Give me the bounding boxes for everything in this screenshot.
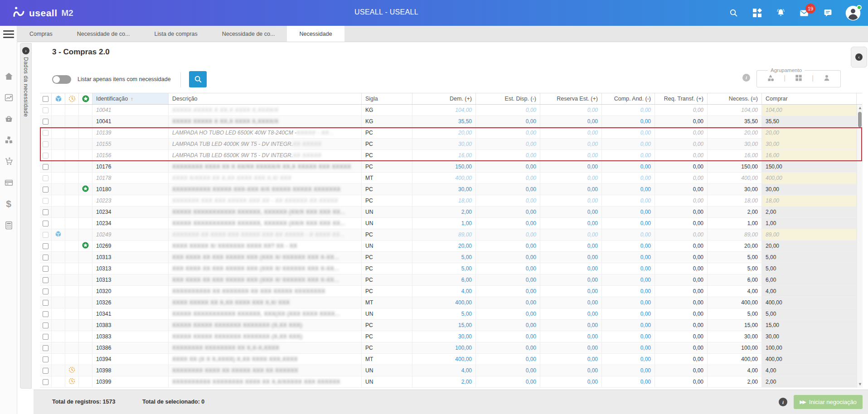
calculator-icon[interactable]	[4, 220, 14, 230]
comprar-cell[interactable]: 5,00	[762, 308, 857, 319]
row-checkbox-cell[interactable]	[40, 286, 52, 297]
row-checkbox-cell[interactable]	[40, 229, 52, 240]
star-status-column-icon[interactable]	[79, 93, 92, 104]
chat-icon[interactable]	[822, 7, 834, 19]
comprar-cell[interactable]: 30,00	[762, 184, 857, 195]
tab-3[interactable]: Lista de compras	[142, 26, 209, 42]
row-checkbox[interactable]	[43, 289, 48, 294]
row-checkbox-cell[interactable]	[40, 354, 52, 365]
search-button[interactable]	[189, 71, 207, 87]
table-row[interactable]: 10234XXXXX XXXXXXXXXXX XXXXXX, XXXXXX (X…	[40, 207, 862, 218]
comprar-cell[interactable]: 20,00	[762, 241, 857, 251]
comprar-cell[interactable]: 2,00	[762, 376, 857, 387]
tab-1[interactable]: Compras	[17, 26, 65, 42]
collapse-right-panel-button[interactable]: ‹	[851, 47, 867, 67]
tab-4[interactable]: Necessidade de co...	[210, 26, 287, 42]
comprar-cell[interactable]: 400,00	[762, 173, 857, 183]
row-checkbox[interactable]	[43, 356, 48, 362]
row-checkbox[interactable]	[43, 175, 48, 181]
comprar-cell[interactable]: 1,00	[762, 218, 857, 229]
row-checkbox-cell[interactable]	[40, 139, 52, 149]
comprar-cell[interactable]: 100,00	[762, 342, 857, 353]
tab-2[interactable]: Necessidade de co...	[65, 26, 142, 42]
cart-plus-icon[interactable]	[4, 156, 14, 166]
scroll-up-icon[interactable]: ▲	[857, 105, 863, 111]
column-header-comp-and[interactable]: Comp. And. (-)	[602, 93, 655, 104]
mail-icon[interactable]: 19	[798, 7, 810, 19]
row-checkbox-cell[interactable]	[40, 184, 52, 195]
home-icon[interactable]	[4, 71, 14, 81]
pending-clock-column-icon[interactable]	[65, 93, 79, 104]
row-checkbox[interactable]	[43, 243, 48, 249]
column-header-comprar[interactable]: Comprar	[762, 93, 857, 104]
row-checkbox[interactable]	[43, 368, 48, 374]
row-checkbox[interactable]	[43, 141, 48, 147]
table-row[interactable]: 10041XXXXX XXXXX X XX,X XXXX X,XXXX/XKG3…	[40, 116, 862, 127]
column-header-sigla[interactable]: Sigla	[362, 93, 412, 104]
cubes-icon[interactable]	[4, 135, 14, 145]
table-row[interactable]: 10223XXXXXXX XXX XXX XXXXX XXX XX - XX X…	[40, 195, 862, 207]
table-row[interactable]: 10398XXXXXXXX XXXX XX XXXXX XXX XX XXXXX…	[40, 365, 862, 376]
column-header-dem[interactable]: Dem. (+)	[412, 93, 476, 104]
column-header-descricao[interactable]: Descrição	[169, 93, 362, 104]
table-row[interactable]: 10156LAMPADA TUB LED 6500K 9W T5 - DV IN…	[40, 150, 862, 161]
comprar-cell[interactable]: 104,00	[762, 105, 857, 116]
table-row[interactable]: 10383XXXXX XXXXX XXXXXXX XXXXXXX (X,XX X…	[40, 320, 862, 331]
table-row[interactable]: 10249XXXXXXX XX XXXX XXX XXXXX XXX XX XX…	[40, 229, 862, 241]
row-checkbox[interactable]	[43, 209, 48, 215]
comprar-cell[interactable]: 5,00	[762, 252, 857, 263]
row-checkbox-cell[interactable]	[40, 241, 52, 251]
card-icon[interactable]	[4, 178, 14, 188]
footer-info-icon[interactable]: i	[779, 398, 787, 406]
comprar-cell[interactable]: 400,00	[762, 354, 857, 365]
table-row[interactable]: 10178XXXX X/XXXX XX X,XX XXXX XXX X,X/ X…	[40, 173, 862, 184]
expand-panel-button[interactable]: ›	[22, 47, 29, 54]
comprar-cell[interactable]: 16,00	[762, 150, 857, 161]
row-checkbox-cell[interactable]	[40, 342, 52, 353]
table-row[interactable]: 10139LAMPADA HO TUBO LED 6500K 40W T8-24…	[40, 127, 862, 139]
row-checkbox[interactable]	[43, 130, 48, 136]
comprar-cell[interactable]: 20,00	[762, 127, 857, 138]
row-checkbox[interactable]	[43, 187, 48, 193]
row-checkbox-cell[interactable]	[40, 274, 52, 285]
row-checkbox[interactable]	[43, 266, 48, 272]
necessity-filter-toggle[interactable]	[52, 75, 71, 84]
group-by-shapes-icon[interactable]	[766, 73, 776, 82]
notifications-bell-icon[interactable]	[775, 7, 786, 19]
stock-column-icon[interactable]	[52, 93, 65, 104]
comprar-cell[interactable]: 18,00	[762, 195, 857, 206]
apps-grid-icon[interactable]	[751, 7, 763, 19]
row-checkbox-cell[interactable]	[40, 173, 52, 183]
table-row[interactable]: 10041XXXXX XXXXX X XX,X XXXX X,XXXX/XKG1…	[40, 105, 862, 116]
row-checkbox[interactable]	[43, 198, 48, 204]
table-row[interactable]: 10326XXXX XXXXX XX X,XX XXXX XXX X,X/ XX…	[40, 297, 862, 308]
table-row[interactable]: 10313XXX XXXX XX XXX XXXXX XXX (XXX X/ X…	[40, 252, 862, 263]
table-row[interactable]: 10313XXX XXXX XX XXX XXXXX XXX (XXX X/ X…	[40, 263, 862, 274]
column-header-identificacao[interactable]: Identificação ↑	[92, 93, 169, 104]
group-by-person-icon[interactable]	[822, 73, 832, 82]
table-row[interactable]: 10176XXXXXXXX XXXX XX X XX/XX XXXXX/X XX…	[40, 161, 862, 173]
row-checkbox[interactable]	[43, 311, 48, 317]
table-row[interactable]: 10155LAMPADA TUB LED 4000K 9W T5 - DV IN…	[40, 139, 862, 150]
row-checkbox-cell[interactable]	[40, 127, 52, 138]
table-row[interactable]: 10313XXX XXXX XX XXX XXXXX XXX (XXX X/ X…	[40, 274, 862, 286]
dollar-icon[interactable]: $	[4, 199, 14, 209]
grouping-info-icon[interactable]: i	[742, 74, 750, 82]
comprar-cell[interactable]: 15,00	[762, 320, 857, 331]
row-checkbox[interactable]	[43, 153, 48, 159]
row-checkbox[interactable]	[43, 164, 48, 170]
user-avatar[interactable]	[845, 5, 861, 21]
row-checkbox[interactable]	[43, 323, 48, 328]
scroll-down-icon[interactable]: ▼	[857, 381, 863, 387]
comprar-cell[interactable]: 150,00	[762, 161, 857, 172]
row-checkbox[interactable]	[43, 345, 48, 351]
row-checkbox-cell[interactable]	[40, 207, 52, 217]
basket-icon[interactable]	[4, 114, 14, 124]
column-header-reserva[interactable]: Reserva Est. (+)	[540, 93, 602, 104]
row-checkbox[interactable]	[43, 107, 48, 113]
column-header-req-transf[interactable]: Req. Transf. (+)	[655, 93, 708, 104]
row-checkbox-cell[interactable]	[40, 376, 52, 387]
column-header-necess[interactable]: Necess. (=)	[708, 93, 762, 104]
table-row[interactable]: 10180XXXXXXXXXX XXXXX XXX-XXX X/X XXXXX …	[40, 184, 862, 195]
row-checkbox-cell[interactable]	[40, 320, 52, 331]
